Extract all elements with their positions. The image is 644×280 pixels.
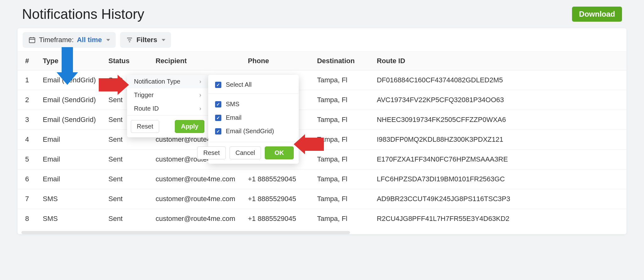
filter-item-label: Route ID	[134, 105, 159, 112]
cell-number: 8	[18, 209, 36, 229]
cell-phone: +1 8885529045	[242, 169, 311, 189]
col-number: #	[18, 52, 36, 70]
cell-destination: Tampa, Fl	[311, 110, 370, 130]
checkbox-checked-icon: ✓	[215, 115, 221, 121]
table-row: 7SMSSentcustomer@route4me.com+1 88855290…	[18, 189, 626, 209]
filter-item-trigger[interactable]: Trigger ›	[127, 88, 208, 102]
download-button[interactable]: Download	[572, 7, 622, 22]
col-status[interactable]: Status	[102, 52, 149, 70]
type-ok-button[interactable]: OK	[265, 146, 294, 159]
checkbox-checked-icon: ✓	[215, 101, 221, 107]
cell-route-id: R2CU4JG8PFF41L7H7FR55E3Y4D63KD2	[370, 209, 626, 229]
filters-chip[interactable]: Filters	[120, 32, 171, 48]
cell-type: SMS	[36, 189, 102, 209]
annotation-arrow-blue	[62, 47, 73, 85]
cell-status: Sent	[102, 169, 149, 189]
cell-route-id: AVC19734FV22KP5CFQ32081P34OO63	[370, 90, 626, 110]
filters-popover: Notification Type › Trigger › Route ID ›…	[127, 75, 208, 137]
cell-recipient: customer@route4me.com	[149, 189, 242, 209]
col-destination[interactable]: Destination	[311, 52, 370, 70]
cell-number: 6	[18, 169, 36, 189]
type-option-email[interactable]: ✓ Email	[208, 111, 299, 124]
col-phone[interactable]: Phone	[242, 52, 311, 70]
cell-phone: +1 8885529045	[242, 189, 311, 209]
toolbar: Timeframe: All time Filters	[18, 28, 626, 52]
cell-status: Sent	[102, 150, 149, 169]
type-option-label: Email (SendGrid)	[226, 128, 274, 135]
checkbox-checked-icon: ✓	[215, 128, 221, 135]
cell-number: 2	[18, 90, 36, 110]
cell-number: 7	[18, 189, 36, 209]
filter-item-label: Trigger	[134, 91, 154, 99]
cell-route-id: DF016884C160CF43744082GDLED2M5	[370, 70, 626, 90]
cell-destination: Tampa, Fl	[311, 209, 370, 229]
cell-destination: Tampa, Fl	[311, 70, 370, 90]
type-cancel-button[interactable]: Cancel	[230, 146, 261, 159]
chevron-right-icon: ›	[199, 105, 201, 112]
table-row: 3Email (SendGrid)Sentcustomer@route4me.c…	[18, 110, 626, 130]
cell-type: Email (SendGrid)	[36, 110, 102, 130]
cell-destination: Tampa, Fl	[311, 189, 370, 209]
timeframe-value: All time	[77, 36, 102, 44]
horizontal-scrollbar[interactable]	[21, 231, 350, 234]
chevron-right-icon: ›	[199, 78, 201, 85]
col-route-id[interactable]: Route ID	[370, 52, 626, 70]
cell-number: 3	[18, 110, 36, 130]
cell-status: Sent	[102, 189, 149, 209]
cell-recipient: customer@route4me.com	[149, 169, 242, 189]
svg-rect-0	[29, 38, 35, 43]
table-row: 6EmailSentcustomer@route4me.com+1 888552…	[18, 169, 626, 189]
cell-number: 1	[18, 70, 36, 90]
checkbox-checked-icon: ✓	[215, 82, 221, 88]
cell-destination: Tampa, Fl	[311, 90, 370, 110]
page-title: Notifications History	[22, 6, 144, 22]
cell-recipient: customer@route4me.com	[149, 209, 242, 229]
divider	[208, 93, 299, 94]
chevron-down-icon	[106, 39, 110, 41]
annotation-arrow-red-left	[294, 134, 324, 154]
filter-icon	[126, 36, 133, 44]
cell-route-id: NHEEC30919734FK2505CFFZZP0WXA6	[370, 110, 626, 130]
filter-item-label: Notification Type	[134, 78, 180, 85]
type-option-label: Select All	[226, 81, 252, 88]
type-option-email-sendgrid[interactable]: ✓ Email (SendGrid)	[208, 124, 299, 138]
calendar-icon	[28, 36, 36, 44]
cell-destination: Tampa, Fl	[311, 169, 370, 189]
type-option-label: Email	[226, 114, 242, 121]
type-option-label: SMS	[226, 101, 239, 108]
filter-item-notification-type[interactable]: Notification Type ›	[127, 75, 208, 88]
cell-type: SMS	[36, 209, 102, 229]
filter-item-route-id[interactable]: Route ID ›	[127, 102, 208, 115]
cell-type: Email (SendGrid)	[36, 90, 102, 110]
filters-label: Filters	[136, 36, 157, 44]
timeframe-chip[interactable]: Timeframe: All time	[23, 32, 116, 48]
type-option-sms[interactable]: ✓ SMS	[208, 97, 299, 111]
annotation-arrow-red-right	[99, 75, 129, 95]
chevron-right-icon: ›	[199, 92, 201, 98]
timeframe-label: Timeframe:	[39, 36, 74, 44]
cell-route-id: LFC6HPZSDA73DI19BM0101FR2563GC	[370, 169, 626, 189]
filters-reset-button[interactable]: Reset	[131, 120, 159, 133]
type-reset-button[interactable]: Reset	[197, 146, 225, 159]
table-row: 8SMSSentcustomer@route4me.com+1 88855290…	[18, 209, 626, 229]
filters-apply-button[interactable]: Apply	[175, 120, 204, 133]
cell-number: 5	[18, 150, 36, 169]
cell-route-id: I983DFP0MQ2KDL88HZ300K3PDXZ121	[370, 130, 626, 150]
cell-route-id: E170FZXA1FF34N0FC76HPZMSAAA3RE	[370, 150, 626, 169]
cell-status: Sent	[102, 209, 149, 229]
cell-route-id: AD9BR23CCUT49K245JG8PS116TSC3P3	[370, 189, 626, 209]
type-select-all[interactable]: ✓ Select All	[208, 78, 299, 91]
cell-type: Email	[36, 130, 102, 150]
cell-phone: +1 8885529045	[242, 209, 311, 229]
notification-type-popover: ✓ Select All ✓ SMS ✓ Email ✓ Email (Send…	[208, 75, 299, 164]
cell-type: Email	[36, 150, 102, 169]
cell-number: 4	[18, 130, 36, 150]
notifications-panel: Timeframe: All time Filters # Type Statu…	[18, 28, 626, 234]
cell-type: Email	[36, 169, 102, 189]
col-recipient[interactable]: Recipient	[149, 52, 242, 70]
chevron-down-icon	[162, 39, 165, 41]
